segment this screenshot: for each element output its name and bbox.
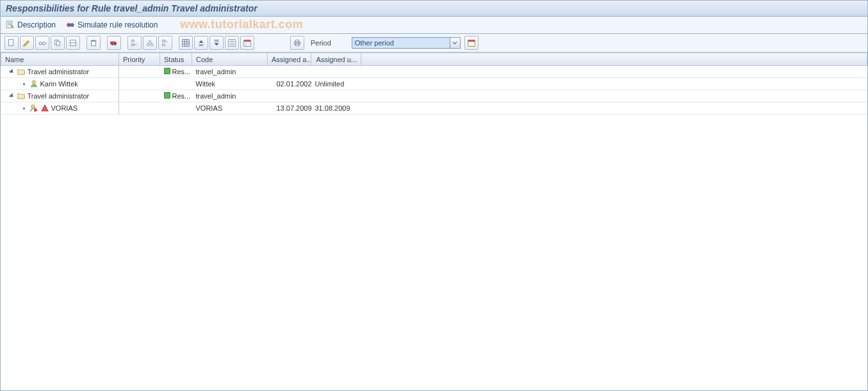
row-name: Travel administrator [28,68,90,76]
folder-icon [17,67,26,76]
description-label: Description [17,20,56,29]
page-title: Responsibilities for Rule travel_admin T… [6,3,258,13]
watermark: www.tutorialkart.com [180,18,303,31]
svg-point-12 [111,44,113,45]
expand-icon[interactable] [8,68,14,74]
simulate-label: Simulate rule resolution [78,20,158,29]
row-name: VORIAS [51,104,78,112]
svg-point-1 [67,23,70,26]
chevron-down-icon [450,38,460,48]
col-code[interactable]: Code [192,53,268,66]
svg-point-16 [147,44,150,46]
node-up-button[interactable] [127,36,142,50]
svg-rect-7 [56,41,60,45]
row-name: Travel administrator [28,92,90,100]
column-header-row: Name Priority Status Code Assigned a... … [1,53,867,66]
status-green-icon [164,92,170,99]
title-bar: Responsibilities for Rule travel_admin T… [1,1,867,17]
svg-point-2 [70,23,74,26]
svg-point-29 [32,81,35,84]
col-status[interactable]: Status [160,53,192,66]
table-row[interactable]: Travel administrator Res...travel_admin [1,90,867,102]
svg-rect-9 [92,41,96,45]
calendar-button[interactable] [240,36,254,50]
period-value: Other period [352,38,450,48]
svg-rect-11 [115,42,117,44]
transport-button[interactable] [107,36,121,50]
glasses-button[interactable] [35,36,49,50]
sort-down-button[interactable] [209,36,224,50]
svg-rect-14 [132,40,135,42]
folder-icon [17,92,26,100]
col-assigned-u[interactable]: Assigned u... [311,53,361,66]
row-name: Karin Wittek [40,80,78,88]
tree-grid[interactable]: Name Priority Status Code Assigned a... … [1,52,867,390]
delimit-button[interactable] [66,36,80,50]
svg-rect-26 [295,44,299,46]
svg-rect-25 [295,40,299,42]
svg-point-5 [42,42,45,45]
svg-point-30 [31,105,34,108]
expand-icon[interactable] [8,93,14,99]
bullet-icon [23,83,25,85]
period-dropdown[interactable]: Other period [352,37,461,49]
svg-point-4 [39,42,42,45]
list-button[interactable] [225,36,239,50]
edit-button[interactable] [20,36,34,50]
icon-toolbar: Period Other period [1,34,867,52]
table-row[interactable]: VORIASVORIAS13.07.200931.08.2009 [1,102,867,115]
status-green-icon [164,68,170,74]
cut-button[interactable] [143,36,157,50]
period-picker-button[interactable] [464,36,479,50]
svg-rect-19 [163,44,165,46]
action-toolbar: Description Simulate rule resolution www… [1,17,867,34]
col-assigned-a[interactable]: Assigned a... [268,53,311,66]
glasses-icon [66,20,75,29]
user-warn-icon [29,104,38,113]
node-down-button[interactable] [158,36,172,50]
col-priority[interactable]: Priority [119,53,160,66]
svg-rect-10 [111,42,115,44]
doc-button[interactable] [4,36,19,50]
table-row[interactable]: Karin WittekWittek02.01.2002Unlimited [1,78,867,90]
svg-rect-3 [9,40,13,46]
svg-rect-0 [7,21,12,28]
delete-button[interactable] [86,36,101,50]
copy-button[interactable] [51,36,65,50]
layout-button[interactable] [179,36,193,50]
svg-point-13 [114,44,116,45]
sheet-pencil-icon [6,20,15,29]
period-label: Period [311,39,331,47]
user-icon [29,79,38,88]
description-button[interactable]: Description [6,20,56,29]
svg-rect-23 [244,40,251,42]
warning-icon [40,104,49,113]
col-name[interactable]: Name [1,53,119,66]
svg-point-17 [151,44,153,46]
svg-rect-20 [183,40,190,47]
table-row[interactable]: Travel administrator Res...travel_admin [1,66,867,78]
svg-rect-28 [468,40,475,42]
simulate-button[interactable]: Simulate rule resolution [66,20,158,29]
col-filler [361,53,867,66]
svg-rect-18 [163,40,165,42]
print-button[interactable] [290,36,304,50]
svg-rect-15 [132,44,135,46]
bullet-icon [23,108,25,109]
sort-up-button[interactable] [194,36,208,50]
